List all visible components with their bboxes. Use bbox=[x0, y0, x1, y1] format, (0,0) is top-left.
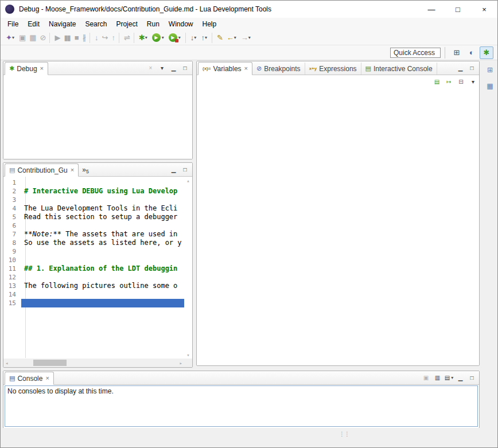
editor-line-text[interactable] bbox=[21, 290, 184, 299]
minimize-button[interactable]: ▁ bbox=[169, 165, 178, 174]
new-wizard-button[interactable]: ✦▾ bbox=[4, 32, 16, 44]
suspend-button[interactable]: ▮▮ bbox=[62, 32, 71, 44]
dropdown-arrow-icon[interactable]: ▾ bbox=[178, 35, 181, 40]
menu-search[interactable]: Search bbox=[80, 18, 111, 30]
editor-tab-overflow[interactable]: » 5 bbox=[79, 164, 92, 176]
open-perspective-button[interactable]: ⊞ bbox=[450, 46, 464, 59]
close-tab-icon[interactable]: × bbox=[244, 65, 248, 72]
step-over-button[interactable]: ↪ bbox=[100, 32, 109, 44]
save-button[interactable]: ▣ bbox=[17, 32, 26, 44]
minimize-button[interactable]: ▁ bbox=[456, 373, 465, 383]
vertical-scrollbar[interactable]: ▴ ▾ bbox=[184, 178, 192, 358]
scroll-right-icon[interactable]: ▸ bbox=[180, 360, 182, 366]
next-annotation-button[interactable]: ↓▾ bbox=[189, 32, 199, 44]
editor-line-text[interactable]: The following pictures outline some o bbox=[21, 282, 184, 290]
disconnect-button[interactable]: ∦ bbox=[81, 32, 87, 44]
editor-line-text[interactable] bbox=[21, 221, 184, 230]
step-into-button[interactable]: ↓ bbox=[93, 32, 99, 44]
forward-button[interactable]: →▾ bbox=[239, 32, 252, 44]
variables-view-content[interactable] bbox=[197, 88, 479, 365]
close-tab-icon[interactable]: × bbox=[40, 65, 44, 72]
dropdown-arrow-icon[interactable]: ▾ bbox=[248, 35, 251, 40]
run-button[interactable]: ▶▾ bbox=[150, 32, 166, 44]
console-tab-console[interactable]: ▤Console× bbox=[5, 372, 54, 385]
menu-file[interactable]: File bbox=[3, 18, 23, 30]
back-button[interactable]: ←▾ bbox=[225, 32, 238, 44]
console-content[interactable]: No consoles to display at this time. bbox=[5, 385, 478, 427]
use-step-filters-button[interactable]: ⇌ bbox=[122, 32, 131, 44]
scroll-down-icon[interactable]: ▾ bbox=[186, 352, 189, 358]
lua-perspective-button[interactable]: ◐ bbox=[465, 46, 478, 59]
resume-button[interactable]: ▶ bbox=[53, 32, 61, 44]
horizontal-scrollbar[interactable]: ◂ ▸ bbox=[3, 359, 184, 367]
editor-line-text[interactable] bbox=[21, 178, 184, 187]
terminate-button[interactable]: ■ bbox=[73, 32, 80, 44]
dropdown-arrow-icon[interactable]: ▾ bbox=[162, 35, 164, 40]
sash-grip[interactable]: ⋮⋮ bbox=[339, 431, 349, 437]
show-type-names-button[interactable]: ▤ bbox=[432, 77, 442, 87]
show-logical-structures-button[interactable]: ↦ bbox=[444, 77, 454, 87]
menu-help[interactable]: Help bbox=[198, 18, 221, 30]
menu-run[interactable]: Run bbox=[142, 18, 164, 30]
quick-access-input[interactable]: Quick Access bbox=[390, 48, 441, 58]
minimize-button[interactable]: ▁ bbox=[456, 63, 465, 73]
debug-perspective-button[interactable]: ✱ bbox=[480, 46, 493, 59]
dropdown-arrow-icon[interactable]: ▾ bbox=[234, 35, 236, 40]
dropdown-arrow-icon[interactable]: ▾ bbox=[194, 35, 196, 40]
previous-annotation-button[interactable]: ↑▾ bbox=[199, 32, 209, 44]
editor-line-text[interactable]: **Note:** The assets that are used in bbox=[21, 230, 184, 239]
last-edit-location-button[interactable]: ✎ bbox=[215, 32, 224, 44]
minimize-window-button[interactable]: — bbox=[418, 1, 445, 18]
scroll-up-icon[interactable]: ▴ bbox=[186, 178, 189, 184]
debug-button[interactable]: ✱▾ bbox=[137, 32, 149, 44]
editor-line-text[interactable]: Read this section to setup a debugger bbox=[21, 213, 184, 221]
view-menu-button[interactable]: ▾ bbox=[468, 77, 478, 87]
debug-view-content[interactable] bbox=[3, 75, 192, 159]
maximize-window-button[interactable]: □ bbox=[445, 1, 471, 18]
editor-content[interactable]: 12# Interactive DEBUG using Lua Develop3… bbox=[3, 177, 192, 367]
editor-line-text[interactable] bbox=[21, 273, 184, 282]
save-all-button[interactable]: ▦ bbox=[28, 32, 37, 44]
dropdown-arrow-icon[interactable]: ▾ bbox=[12, 35, 14, 40]
menu-edit[interactable]: Edit bbox=[23, 18, 44, 30]
editor-line-text[interactable] bbox=[21, 256, 184, 264]
maximize-button[interactable]: □ bbox=[180, 63, 190, 73]
close-tab-icon[interactable]: × bbox=[71, 167, 74, 173]
step-return-button[interactable]: ↑ bbox=[110, 32, 116, 44]
dropdown-arrow-icon[interactable]: ▾ bbox=[451, 375, 453, 380]
menu-window[interactable]: Window bbox=[164, 18, 198, 30]
variables-tab-breakpoints[interactable]: ⊘Breakpoints bbox=[252, 63, 305, 75]
scroll-left-icon[interactable]: ◂ bbox=[5, 360, 8, 366]
skip-all-breakpoints-button[interactable]: ⊘ bbox=[38, 32, 47, 44]
minimize-button[interactable]: ▁ bbox=[169, 63, 178, 73]
variables-tab-expressions[interactable]: x+yExpressions bbox=[305, 63, 361, 75]
remove-all-terminated-button[interactable]: × bbox=[146, 63, 155, 73]
maximize-button[interactable]: □ bbox=[467, 63, 477, 73]
editor-line-text[interactable]: ## 1. Explanation of the LDT debuggin bbox=[21, 264, 184, 273]
editor-line-text[interactable] bbox=[21, 299, 184, 307]
maximize-button[interactable]: □ bbox=[467, 373, 477, 383]
menu-navigate[interactable]: Navigate bbox=[44, 18, 80, 30]
maximize-button[interactable]: □ bbox=[180, 165, 190, 174]
editor-tab-contribution-gu[interactable]: ▤Contribution_Gu× bbox=[5, 163, 79, 177]
open-console-button[interactable]: ▤▾ bbox=[444, 373, 454, 383]
editor-line-text[interactable]: The Lua Development Tools in the Ecli bbox=[21, 204, 184, 213]
variables-tab-interactive-console[interactable]: ▤Interactive Console bbox=[361, 63, 437, 75]
editor-line-text[interactable] bbox=[21, 247, 184, 256]
editor-line-text[interactable]: So use the assets as listed here, or y bbox=[21, 239, 184, 247]
dropdown-arrow-icon[interactable]: ▾ bbox=[145, 35, 147, 40]
scrollbar-thumb[interactable] bbox=[33, 360, 67, 366]
display-selected-console-button[interactable]: ▥ bbox=[433, 373, 442, 383]
minimized-outline-view-button[interactable]: ▦ bbox=[484, 80, 496, 92]
view-menu-button[interactable]: ▾ bbox=[157, 63, 167, 73]
restore-minimized-view-button[interactable]: ⊞ bbox=[484, 64, 496, 76]
external-tools-button[interactable]: ▶▾ bbox=[167, 32, 182, 44]
variables-tab-variables[interactable]: (x)=Variables× bbox=[198, 62, 252, 75]
close-window-button[interactable]: × bbox=[471, 1, 497, 18]
debug-tab-debug[interactable]: ✱Debug× bbox=[5, 62, 48, 75]
menu-project[interactable]: Project bbox=[111, 18, 142, 30]
editor-line-text[interactable]: # Interactive DEBUG using Lua Develop bbox=[21, 187, 184, 196]
pin-console-button[interactable]: ▣ bbox=[421, 373, 431, 383]
collapse-all-button[interactable]: ⊟ bbox=[456, 77, 466, 87]
editor-line-text[interactable] bbox=[21, 196, 184, 204]
